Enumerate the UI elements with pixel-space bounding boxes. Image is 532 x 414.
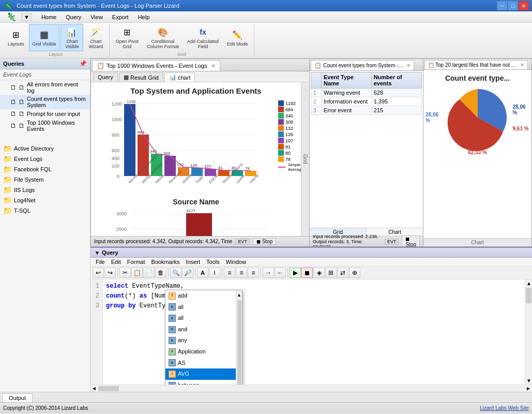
qmenu-edit[interactable]: Edit [108, 258, 124, 265]
sidebar-folder-active-directory[interactable]: 📁 Active Directory [0, 143, 90, 154]
menu-help[interactable]: Help [134, 13, 154, 21]
ac-scroll-up[interactable]: ▲ [236, 290, 242, 300]
qtb-cut[interactable]: ✂ [119, 268, 131, 278]
open-pivot-grid-button[interactable]: ⊞ Open PivotGrid [112, 24, 142, 51]
qtb-align-left[interactable]: ≡ [224, 268, 235, 278]
qmenu-file[interactable]: File [93, 258, 108, 265]
inner-tab-chart[interactable]: 📊 chart [164, 72, 195, 82]
hscroll-left[interactable]: ◄ [90, 386, 98, 391]
edit-mode-button[interactable]: ✏️ Edit Mode [223, 24, 252, 51]
inner-tab-result-grid[interactable]: ▦ Result Grid [119, 72, 163, 82]
ac-item-between[interactable]: k between [165, 380, 236, 385]
sidebar-item-top1000[interactable]: 🗋 Top 1000 Windows Events [0, 119, 90, 133]
editor-scrollbar[interactable]: ▲ ▼ [525, 279, 532, 385]
menu-query[interactable]: Query [62, 13, 85, 21]
sidebar-folder-event-logs[interactable]: 📁 Event Logs [0, 154, 90, 164]
legend-item-3: 340 [278, 113, 301, 119]
tab-count-event[interactable]: 📋 Count event types from System - Event … [311, 60, 414, 70]
add-calculated-field-button[interactable]: fx Add CalculatedField [184, 24, 222, 51]
ac-item-application[interactable]: v Application [165, 346, 236, 358]
sidebar-folder-tsql[interactable]: 📁 T-SQL [0, 205, 90, 216]
tab-close-2[interactable]: ✕ [406, 63, 411, 68]
app-menu-button[interactable]: ▼ [21, 13, 32, 21]
sidebar-item-prompt[interactable]: 🗋 Prompt for user input [0, 109, 90, 119]
table-row[interactable]: 1 Warning event 628 [311, 88, 422, 97]
restore-button[interactable]: □ [508, 1, 518, 10]
qmenu-bookmarks[interactable]: Bookmarks [148, 258, 183, 265]
qtb-undo[interactable]: ↩ [93, 268, 104, 278]
website-link[interactable]: Lizard Labs Web Site [480, 405, 529, 411]
qtb-more4[interactable]: ⊕ [349, 268, 360, 278]
qtb-run[interactable]: ▶ [290, 268, 301, 278]
ac-item-avg[interactable]: f AVG [165, 368, 236, 380]
qmenu-window[interactable]: Window [223, 258, 249, 265]
inner-tab-query[interactable]: Query [93, 72, 118, 82]
sidebar-folder-log4net[interactable]: 📁 Log4Net [0, 195, 90, 205]
close-button[interactable]: ✕ [519, 1, 529, 10]
qtb-copy[interactable]: 📋 [131, 268, 143, 278]
qtb-align-center[interactable]: ≡ [236, 268, 247, 278]
ac-scroll-thumb[interactable] [237, 300, 241, 385]
output-tab[interactable]: Output [2, 393, 33, 402]
tab-close-1[interactable]: ✕ [211, 63, 216, 69]
stop-button-right[interactable]: ◼ Stop [402, 235, 420, 247]
scrollbar-thumb[interactable] [526, 288, 531, 303]
menu-export[interactable]: Export [108, 13, 133, 21]
chart-visible-button[interactable]: 📊 ChartVisible [60, 24, 83, 51]
menu-home[interactable]: Home [37, 13, 60, 21]
sidebar-pin-button[interactable]: 📌 [79, 60, 87, 67]
qmenu-insert[interactable]: Insert [183, 258, 204, 265]
scrollbar-down[interactable]: ▼ [525, 377, 532, 385]
tab-close-3[interactable]: ✕ [520, 62, 524, 68]
hscroll-right[interactable]: ► [525, 386, 532, 391]
hscroll-thumb[interactable] [98, 386, 119, 391]
sidebar-folder-iis[interactable]: 📁 IIS Logs [0, 185, 90, 195]
grid-side-tab[interactable]: Grid [301, 82, 309, 236]
sidebar-folder-filesystem[interactable]: 📁 File System [0, 174, 90, 185]
stop-button-left[interactable]: ◼ Stop [253, 238, 276, 245]
sidebar-folder-facebook[interactable]: 📁 Facebook FQL [0, 164, 90, 174]
qmenu-tools[interactable]: Tools [203, 258, 223, 265]
layouts-button[interactable]: ⊞ Layouts [4, 24, 28, 51]
qmenu-format[interactable]: Format [124, 258, 148, 265]
qtb-more3[interactable]: ⇄ [337, 268, 348, 278]
ac-item-all1[interactable]: k all [165, 302, 236, 313]
sidebar-item-count-event[interactable]: 🗋 Count event types from System [0, 95, 90, 109]
qtb-outdent[interactable]: ← [275, 268, 286, 278]
qtb-redo[interactable]: ↪ [104, 268, 116, 278]
ac-item-and[interactable]: k and [165, 324, 236, 335]
ac-item-add[interactable]: f add [165, 290, 236, 302]
tab-top20[interactable]: 📋 Top 20 largest files that have not bee… [424, 60, 528, 69]
chart-side-tab-right[interactable]: Chart [423, 238, 531, 246]
code-editor[interactable]: select EventTypeName, count(*) as [Numbe… [103, 279, 525, 385]
query-collapse-icon[interactable]: ▼ [95, 250, 100, 256]
ac-item-any[interactable]: k any [165, 335, 236, 346]
table-row[interactable]: 3 Error event 215 [311, 106, 422, 115]
col-event-type[interactable]: Event Type Name [322, 72, 372, 88]
qtb-replace[interactable]: 🔎 [182, 268, 193, 278]
tab-top1000[interactable]: 📋 Top 1000 Windows Events - Event Logs ✕ [92, 60, 220, 71]
sidebar-item-all-errors[interactable]: 🗋 All errors from event log [0, 80, 90, 95]
qtb-italic[interactable]: I [209, 268, 220, 278]
qtb-find[interactable]: 🔍 [170, 268, 181, 278]
qtb-stop[interactable]: ◼ [301, 268, 313, 278]
qtb-align-right[interactable]: ≡ [248, 268, 259, 278]
ac-item-as[interactable]: k AS [165, 358, 236, 369]
col-num-events[interactable]: Number of events [371, 72, 421, 88]
table-row[interactable]: 2 Information event 1.395 [311, 97, 422, 106]
ac-item-all2[interactable]: k all [165, 313, 236, 324]
menu-view[interactable]: View [86, 13, 107, 21]
qtb-bold[interactable]: A [197, 268, 208, 278]
qtb-paste[interactable]: 📄 [143, 268, 155, 278]
autocomplete-scrollbar[interactable]: ▲ ▼ [236, 290, 242, 385]
qtb-indent[interactable]: → [263, 268, 274, 278]
qtb-delete[interactable]: 🗑 [155, 268, 166, 278]
grid-visible-button[interactable]: ▦ Grid Visible [29, 24, 60, 51]
minimize-button[interactable]: ─ [497, 1, 507, 10]
qtb-more2[interactable]: ⊞ [325, 268, 337, 278]
conditional-column-format-button[interactable]: 🎨 ConditionalColumn Format [143, 24, 183, 51]
scrollbar-up[interactable]: ▲ [525, 279, 532, 287]
qtb-more1[interactable]: ◈ [313, 268, 325, 278]
chart-wizard-button[interactable]: 🪄 ChartWizard [84, 24, 107, 51]
editor-hscrollbar[interactable]: ◄ ► [90, 385, 532, 392]
